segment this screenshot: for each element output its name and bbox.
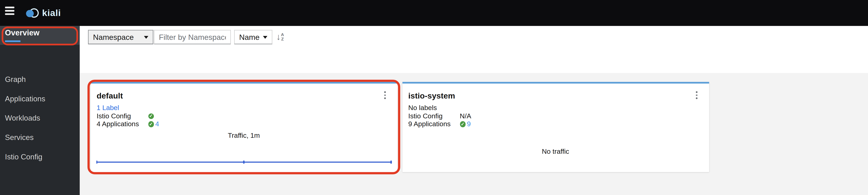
sort-field-select-value: Name xyxy=(239,33,259,41)
main-content: Namespace Name ↓ A Z default xyxy=(80,26,868,195)
brand-name: kiali xyxy=(42,8,61,18)
kiali-logo[interactable]: kiali xyxy=(26,0,61,26)
sort-alpha-down-icon: ↓ xyxy=(276,33,281,41)
labels-text: No labels xyxy=(408,105,437,112)
sidebar-item-graph[interactable]: Graph xyxy=(0,70,80,89)
applications-count-link[interactable]: 4 xyxy=(155,121,159,128)
active-nav-indicator xyxy=(5,40,21,42)
namespace-card-default: default 1 Label Istio Config ✓ 4 Applica… xyxy=(90,82,397,172)
sort-field-select[interactable]: Name xyxy=(234,30,272,44)
labels-row: No labels xyxy=(408,105,437,112)
namespace-card-istio-system: istio-system No labels Istio Config N/A … xyxy=(402,82,709,172)
sidebar-nav-list: Graph Applications Workloads Services Is… xyxy=(0,70,80,166)
sidebar-item-istio-config[interactable]: Istio Config xyxy=(0,147,80,166)
istio-config-label: Istio Config xyxy=(96,113,148,120)
masthead: kiali xyxy=(0,0,868,26)
sidebar-item-workloads[interactable]: Workloads xyxy=(0,108,80,128)
sort-letter-z: Z xyxy=(281,37,284,41)
sidebar-item-label: Workloads xyxy=(5,114,40,122)
filter-type-select[interactable]: Namespace xyxy=(88,30,153,44)
chevron-down-icon xyxy=(144,36,148,38)
namespace-filter-input[interactable] xyxy=(154,30,231,44)
istio-config-row: Istio Config N/A xyxy=(408,113,471,120)
applications-label: 4 Applications xyxy=(96,121,148,128)
sidebar-item-applications[interactable]: Applications xyxy=(0,89,80,108)
applications-count-link[interactable]: 9 xyxy=(467,121,471,128)
sidebar-item-label: Istio Config xyxy=(5,153,42,161)
sidebar-item-services[interactable]: Services xyxy=(0,128,80,147)
sidebar-item-label: Overview xyxy=(5,29,80,37)
namespace-card-title: istio-system xyxy=(408,91,455,100)
success-check-icon[interactable]: ✓ xyxy=(460,121,466,127)
istio-config-value: N/A xyxy=(460,113,471,120)
nav-toggle-button[interactable] xyxy=(5,7,14,15)
sparkline-point xyxy=(390,160,392,164)
traffic-sparkline-chart xyxy=(96,160,392,164)
sort-order-button[interactable]: ↓ A Z xyxy=(276,31,284,43)
sparkline-point xyxy=(96,160,98,164)
labels-link[interactable]: 1 Label xyxy=(96,105,119,112)
kebab-menu-button[interactable] xyxy=(694,90,700,100)
success-check-icon[interactable]: ✓ xyxy=(148,121,154,127)
traffic-chart-title: Traffic, 1m xyxy=(90,131,397,139)
sidebar-item-label: Graph xyxy=(5,75,26,84)
success-check-icon[interactable]: ✓ xyxy=(148,113,154,119)
istio-config-label: Istio Config xyxy=(408,113,460,120)
sidebar-nav: Overview Graph Applications Workloads Se… xyxy=(0,26,80,195)
kebab-menu-button[interactable] xyxy=(382,90,388,100)
sidebar-item-label: Applications xyxy=(5,95,45,103)
sidebar-item-overview[interactable]: Overview xyxy=(0,26,80,45)
toolbar: Namespace Name ↓ A Z xyxy=(80,26,868,73)
kiali-overview-page: kiali Overview Graph Applications Worklo… xyxy=(0,0,868,195)
applications-label: 9 Applications xyxy=(408,121,460,128)
filter-type-select-value: Namespace xyxy=(93,33,134,41)
applications-row: 9 Applications ✓ 9 xyxy=(408,121,471,128)
sidebar-item-label: Services xyxy=(5,133,34,141)
istio-config-row: Istio Config ✓ xyxy=(96,113,154,120)
logo-circle-icon xyxy=(26,10,34,18)
applications-row: 4 Applications ✓ 4 xyxy=(96,121,159,128)
chevron-down-icon xyxy=(263,36,268,38)
no-traffic-text: No traffic xyxy=(402,148,709,155)
menu-icon xyxy=(5,7,14,8)
namespace-card-title: default xyxy=(96,91,123,100)
sparkline-point xyxy=(243,160,245,164)
labels-row: 1 Label xyxy=(96,105,119,112)
